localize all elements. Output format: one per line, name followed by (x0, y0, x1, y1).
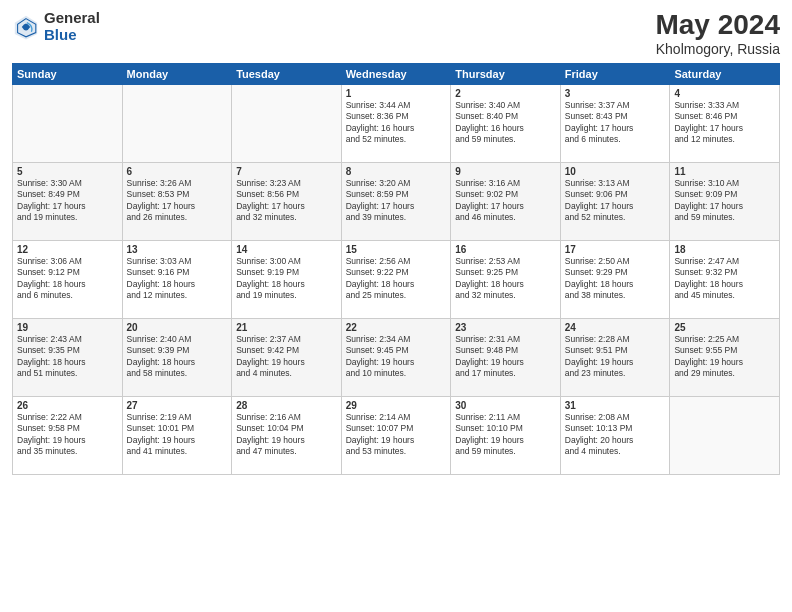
calendar-cell: 18Sunrise: 2:47 AM Sunset: 9:32 PM Dayli… (670, 240, 780, 318)
day-info: Sunrise: 2:34 AM Sunset: 9:45 PM Dayligh… (346, 334, 447, 380)
day-info: Sunrise: 3:00 AM Sunset: 9:19 PM Dayligh… (236, 256, 337, 302)
calendar-cell: 15Sunrise: 2:56 AM Sunset: 9:22 PM Dayli… (341, 240, 451, 318)
day-info: Sunrise: 2:53 AM Sunset: 9:25 PM Dayligh… (455, 256, 556, 302)
day-info: Sunrise: 3:26 AM Sunset: 8:53 PM Dayligh… (127, 178, 228, 224)
calendar-cell (13, 84, 123, 162)
day-info: Sunrise: 3:16 AM Sunset: 9:02 PM Dayligh… (455, 178, 556, 224)
calendar-cell (232, 84, 342, 162)
day-info: Sunrise: 3:40 AM Sunset: 8:40 PM Dayligh… (455, 100, 556, 146)
day-info: Sunrise: 2:22 AM Sunset: 9:58 PM Dayligh… (17, 412, 118, 458)
calendar-cell: 9Sunrise: 3:16 AM Sunset: 9:02 PM Daylig… (451, 162, 561, 240)
calendar-cell: 28Sunrise: 2:16 AM Sunset: 10:04 PM Dayl… (232, 396, 342, 474)
day-number: 15 (346, 244, 447, 255)
col-sunday: Sunday (13, 63, 123, 84)
day-number: 21 (236, 322, 337, 333)
day-info: Sunrise: 2:43 AM Sunset: 9:35 PM Dayligh… (17, 334, 118, 380)
day-number: 1 (346, 88, 447, 99)
day-number: 2 (455, 88, 556, 99)
day-number: 29 (346, 400, 447, 411)
day-number: 25 (674, 322, 775, 333)
day-info: Sunrise: 2:19 AM Sunset: 10:01 PM Daylig… (127, 412, 228, 458)
day-info: Sunrise: 2:14 AM Sunset: 10:07 PM Daylig… (346, 412, 447, 458)
day-number: 6 (127, 166, 228, 177)
calendar-cell: 5Sunrise: 3:30 AM Sunset: 8:49 PM Daylig… (13, 162, 123, 240)
calendar-cell: 21Sunrise: 2:37 AM Sunset: 9:42 PM Dayli… (232, 318, 342, 396)
calendar-cell: 8Sunrise: 3:20 AM Sunset: 8:59 PM Daylig… (341, 162, 451, 240)
day-info: Sunrise: 2:50 AM Sunset: 9:29 PM Dayligh… (565, 256, 666, 302)
day-number: 3 (565, 88, 666, 99)
calendar-week-5: 26Sunrise: 2:22 AM Sunset: 9:58 PM Dayli… (13, 396, 780, 474)
calendar-cell: 23Sunrise: 2:31 AM Sunset: 9:48 PM Dayli… (451, 318, 561, 396)
day-info: Sunrise: 3:30 AM Sunset: 8:49 PM Dayligh… (17, 178, 118, 224)
calendar-title: May 2024 (655, 10, 780, 41)
col-friday: Friday (560, 63, 670, 84)
calendar-cell: 14Sunrise: 3:00 AM Sunset: 9:19 PM Dayli… (232, 240, 342, 318)
day-info: Sunrise: 2:08 AM Sunset: 10:13 PM Daylig… (565, 412, 666, 458)
calendar-week-4: 19Sunrise: 2:43 AM Sunset: 9:35 PM Dayli… (13, 318, 780, 396)
header: General Blue May 2024 Kholmogory, Russia (12, 10, 780, 57)
calendar-cell: 10Sunrise: 3:13 AM Sunset: 9:06 PM Dayli… (560, 162, 670, 240)
day-info: Sunrise: 2:40 AM Sunset: 9:39 PM Dayligh… (127, 334, 228, 380)
day-info: Sunrise: 2:11 AM Sunset: 10:10 PM Daylig… (455, 412, 556, 458)
calendar-cell: 2Sunrise: 3:40 AM Sunset: 8:40 PM Daylig… (451, 84, 561, 162)
day-info: Sunrise: 3:06 AM Sunset: 9:12 PM Dayligh… (17, 256, 118, 302)
day-number: 7 (236, 166, 337, 177)
calendar-cell: 16Sunrise: 2:53 AM Sunset: 9:25 PM Dayli… (451, 240, 561, 318)
day-info: Sunrise: 3:23 AM Sunset: 8:56 PM Dayligh… (236, 178, 337, 224)
title-block: May 2024 Kholmogory, Russia (655, 10, 780, 57)
calendar-cell (122, 84, 232, 162)
day-info: Sunrise: 2:56 AM Sunset: 9:22 PM Dayligh… (346, 256, 447, 302)
day-number: 23 (455, 322, 556, 333)
day-info: Sunrise: 2:37 AM Sunset: 9:42 PM Dayligh… (236, 334, 337, 380)
day-number: 17 (565, 244, 666, 255)
calendar-cell: 1Sunrise: 3:44 AM Sunset: 8:36 PM Daylig… (341, 84, 451, 162)
calendar-cell: 12Sunrise: 3:06 AM Sunset: 9:12 PM Dayli… (13, 240, 123, 318)
day-info: Sunrise: 2:25 AM Sunset: 9:55 PM Dayligh… (674, 334, 775, 380)
calendar-cell: 27Sunrise: 2:19 AM Sunset: 10:01 PM Dayl… (122, 396, 232, 474)
calendar-subtitle: Kholmogory, Russia (655, 41, 780, 57)
day-number: 26 (17, 400, 118, 411)
col-thursday: Thursday (451, 63, 561, 84)
col-tuesday: Tuesday (232, 63, 342, 84)
day-number: 22 (346, 322, 447, 333)
logo-blue: Blue (44, 27, 100, 44)
day-number: 12 (17, 244, 118, 255)
calendar-cell: 30Sunrise: 2:11 AM Sunset: 10:10 PM Dayl… (451, 396, 561, 474)
calendar-cell (670, 396, 780, 474)
day-number: 24 (565, 322, 666, 333)
day-number: 19 (17, 322, 118, 333)
day-number: 20 (127, 322, 228, 333)
day-number: 27 (127, 400, 228, 411)
calendar-cell: 3Sunrise: 3:37 AM Sunset: 8:43 PM Daylig… (560, 84, 670, 162)
day-number: 9 (455, 166, 556, 177)
col-saturday: Saturday (670, 63, 780, 84)
calendar-cell: 6Sunrise: 3:26 AM Sunset: 8:53 PM Daylig… (122, 162, 232, 240)
calendar-cell: 13Sunrise: 3:03 AM Sunset: 9:16 PM Dayli… (122, 240, 232, 318)
logo-text: General Blue (44, 10, 100, 43)
calendar-week-3: 12Sunrise: 3:06 AM Sunset: 9:12 PM Dayli… (13, 240, 780, 318)
calendar-week-1: 1Sunrise: 3:44 AM Sunset: 8:36 PM Daylig… (13, 84, 780, 162)
logo: General Blue (12, 10, 100, 43)
calendar-page: General Blue May 2024 Kholmogory, Russia… (0, 0, 792, 612)
logo-icon (12, 13, 40, 41)
day-number: 14 (236, 244, 337, 255)
day-info: Sunrise: 3:33 AM Sunset: 8:46 PM Dayligh… (674, 100, 775, 146)
calendar-cell: 22Sunrise: 2:34 AM Sunset: 9:45 PM Dayli… (341, 318, 451, 396)
calendar-cell: 26Sunrise: 2:22 AM Sunset: 9:58 PM Dayli… (13, 396, 123, 474)
day-number: 31 (565, 400, 666, 411)
calendar-cell: 25Sunrise: 2:25 AM Sunset: 9:55 PM Dayli… (670, 318, 780, 396)
col-monday: Monday (122, 63, 232, 84)
calendar-cell: 29Sunrise: 2:14 AM Sunset: 10:07 PM Dayl… (341, 396, 451, 474)
day-info: Sunrise: 2:31 AM Sunset: 9:48 PM Dayligh… (455, 334, 556, 380)
day-info: Sunrise: 3:20 AM Sunset: 8:59 PM Dayligh… (346, 178, 447, 224)
header-row: Sunday Monday Tuesday Wednesday Thursday… (13, 63, 780, 84)
day-info: Sunrise: 2:47 AM Sunset: 9:32 PM Dayligh… (674, 256, 775, 302)
logo-general: General (44, 10, 100, 27)
calendar-cell: 19Sunrise: 2:43 AM Sunset: 9:35 PM Dayli… (13, 318, 123, 396)
day-number: 10 (565, 166, 666, 177)
day-number: 16 (455, 244, 556, 255)
calendar-cell: 4Sunrise: 3:33 AM Sunset: 8:46 PM Daylig… (670, 84, 780, 162)
day-info: Sunrise: 2:16 AM Sunset: 10:04 PM Daylig… (236, 412, 337, 458)
day-number: 30 (455, 400, 556, 411)
day-number: 5 (17, 166, 118, 177)
